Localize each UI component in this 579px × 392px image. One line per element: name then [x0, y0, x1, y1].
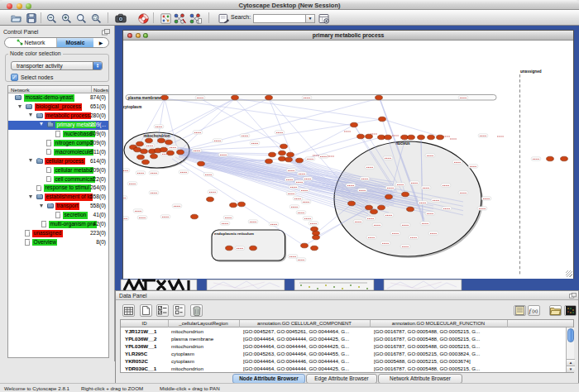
transporter-node[interactable] [402, 192, 409, 197]
transporter-node[interactable] [348, 201, 356, 206]
edge[interactable] [290, 125, 354, 159]
column-divider[interactable] [239, 320, 240, 327]
edge[interactable] [161, 98, 235, 142]
zoom-in-icon[interactable] [60, 12, 73, 24]
edge[interactable] [235, 98, 285, 155]
transporter-node[interactable] [151, 154, 158, 159]
function-builder-button[interactable]: f(x) [528, 305, 540, 316]
transporter-node[interactable] [561, 156, 568, 161]
transporter-node[interactable] [279, 156, 286, 161]
transporter-node[interactable] [158, 138, 165, 143]
tree-row[interactable]: cellular process614(0) [8, 157, 108, 166]
transporter-node[interactable] [279, 151, 286, 155]
transporter-node[interactable] [418, 135, 425, 140]
transporter-node[interactable] [408, 135, 415, 140]
column-header[interactable]: ID [121, 321, 168, 326]
transporter-node[interactable] [385, 135, 392, 140]
transporter-node[interactable] [142, 160, 150, 165]
delete-attribute-trash-button[interactable] [190, 304, 203, 317]
transporter-node[interactable] [137, 155, 145, 160]
transporter-node[interactable] [366, 134, 373, 139]
tree-row[interactable]: nitrogen compo209(0) [8, 139, 108, 148]
transporter-node[interactable] [287, 152, 294, 157]
tab-network-attribute-browser[interactable]: Network Attribute Browser [378, 374, 462, 384]
tree-row[interactable]: biological_process651(0) [8, 103, 108, 112]
transporter-node[interactable] [191, 214, 199, 219]
attribute-list-notepad-button[interactable] [514, 305, 526, 316]
attribute-table-button[interactable] [122, 304, 135, 317]
transporter-node[interactable] [285, 157, 293, 162]
tree-row[interactable]: multi-organism pro42(0) [8, 220, 108, 229]
table-scrollbar[interactable]: ▲ ▼ [566, 327, 574, 372]
network-destroy-icon[interactable] [173, 12, 186, 24]
search-dropdown-button[interactable]: ▼ [305, 14, 315, 23]
transporter-node[interactable] [378, 135, 385, 140]
network-create-icon[interactable] [189, 12, 202, 24]
transporter-node[interactable] [232, 95, 239, 100]
tree-row[interactable]: establishment of lo558(0) [8, 193, 108, 202]
tree-row[interactable]: response to stimul264(0) [8, 184, 108, 193]
tab-edge-attribute-browser[interactable]: Edge Attribute Browser [306, 374, 377, 384]
transporter-node[interactable] [313, 235, 320, 240]
transporter-node[interactable] [230, 203, 237, 208]
open-folder-icon[interactable] [11, 12, 22, 24]
transporter-node[interactable] [160, 147, 168, 152]
attribute-table-row[interactable]: YDR039C__1 mitochondrion [GO:0044464, GO… [121, 365, 564, 372]
edge[interactable] [200, 98, 284, 146]
transporter-node[interactable] [134, 147, 141, 152]
tree-expand-arrow-icon[interactable] [29, 113, 32, 117]
transporter-node[interactable] [198, 161, 205, 166]
column-divider[interactable] [370, 320, 371, 327]
tab-mosaic[interactable]: Mosaic [57, 38, 93, 47]
attribute-table-row[interactable]: YPL036W__1 mitochondrion [GO:0044464, GO… [121, 342, 564, 350]
transporter-node[interactable] [378, 205, 385, 210]
transporter-node[interactable] [141, 149, 148, 154]
attribute-table-row[interactable]: YJR121W__1 mitochondrion [GO:0045267, GO… [121, 327, 564, 335]
transporter-node[interactable] [301, 243, 309, 248]
transporter-node[interactable] [407, 207, 414, 212]
column-divider[interactable] [507, 320, 508, 327]
transporter-node[interactable] [269, 152, 276, 157]
tree-expand-arrow-icon[interactable] [29, 159, 32, 162]
transporter-node[interactable] [547, 156, 554, 161]
transporter-node[interactable] [366, 205, 373, 210]
transporter-node[interactable] [280, 144, 288, 149]
zoom-out-icon[interactable] [45, 12, 58, 24]
column-header[interactable]: annotation.GO MOLECULAR_FUNCTION [370, 321, 507, 326]
tree-expand-arrow-icon[interactable] [29, 195, 32, 198]
tab-overflow-arrow[interactable]: ▶ [93, 38, 108, 47]
transporter-node[interactable] [357, 134, 365, 139]
search-input[interactable] [253, 14, 305, 23]
transporter-node[interactable] [165, 140, 173, 145]
transporter-node[interactable] [167, 151, 175, 155]
transporter-node[interactable] [428, 135, 435, 140]
tree-row[interactable]: cell communicat22(0) [8, 174, 108, 184]
help-lifesaver-icon[interactable] [136, 12, 150, 24]
transporter-node[interactable] [238, 202, 246, 207]
tree-row[interactable]: transport558(0) [8, 202, 108, 211]
search-settings-icon[interactable] [318, 12, 331, 24]
tree-row[interactable]: cellular metabo209(0) [8, 165, 108, 174]
layout-grid-icon[interactable] [159, 12, 172, 24]
transporter-node[interactable] [226, 246, 233, 251]
tree-row[interactable]: unassigned223(0) [8, 229, 108, 238]
tree-row[interactable]: secretion41(0) [8, 211, 108, 220]
transporter-node[interactable] [437, 135, 444, 140]
transporter-node[interactable] [250, 246, 257, 251]
transporter-node[interactable] [311, 246, 318, 251]
edge[interactable] [165, 98, 354, 126]
transporter-node[interactable] [351, 122, 358, 127]
tree-row[interactable]: metabolic process280(0) [8, 112, 108, 121]
zoom-fit-icon[interactable] [74, 12, 88, 24]
tree-row[interactable]: primary metabo209(... [8, 121, 108, 130]
scrollbar-thumb[interactable] [567, 328, 574, 342]
edge[interactable] [181, 98, 235, 150]
unselect-attributes-grid-button[interactable] [173, 304, 185, 317]
background-window[interactable] [207, 280, 285, 290]
background-window[interactable] [294, 280, 374, 290]
transporter-node[interactable] [371, 209, 378, 214]
tree-row[interactable]: macromolecule311(0) [8, 148, 108, 157]
transporter-node[interactable] [296, 158, 304, 163]
transporter-node[interactable] [161, 95, 169, 100]
attribute-table-row[interactable]: YKR052C cytoplasm [GO:0044464, GO:004444… [121, 357, 564, 365]
